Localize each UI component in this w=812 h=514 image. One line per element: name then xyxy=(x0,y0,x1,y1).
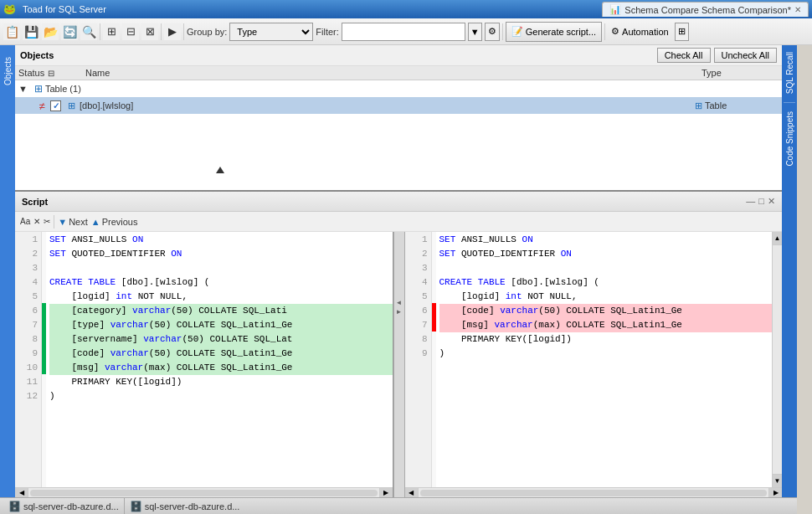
tree-group-label: Table (1) xyxy=(45,84,81,94)
table-row-icon: ⊞ xyxy=(64,99,78,112)
code-line-2: SET QUOTED_IDENTIFIER ON xyxy=(49,247,393,261)
right-v-scrollbar[interactable]: ▲ ▼ xyxy=(772,232,782,487)
filter-options-btn[interactable]: ⚙ xyxy=(485,23,500,41)
r-code-line-2: SET QUOTED_IDENTIFIER ON xyxy=(439,247,773,261)
separator-4 xyxy=(502,23,503,40)
uncheck-all-btn[interactable]: Uncheck All xyxy=(714,48,777,63)
code-line-3 xyxy=(49,261,393,275)
tree-row-label: [dbo].[wlslog] xyxy=(80,100,695,111)
schema-compare-tab[interactable]: 📊 Schema Compare Schema Comparison* ✕ xyxy=(602,2,809,17)
filter-dropdown-btn[interactable]: ▼ xyxy=(468,23,482,41)
objects-tree: ▼ ⊞ Table (1) ≠ ✓ ⊞ [dbo].[wlslog] ⊞ Tab… xyxy=(15,80,782,190)
code-line-5: [logid] int NOT NULL, xyxy=(49,290,393,304)
font-btn[interactable]: Aa xyxy=(20,217,30,226)
toolbar-btn-8[interactable]: ⊠ xyxy=(141,23,158,40)
filter-label: Filter: xyxy=(316,27,339,37)
right-scroll-right-btn[interactable]: ▶ xyxy=(768,488,782,498)
code-line-10: [msg] varchar(max) COLLATE SQL_Latin1_Ge xyxy=(49,361,393,375)
script-title: Script xyxy=(22,197,48,207)
right-v-scroll-track[interactable] xyxy=(773,245,782,474)
toolbar-btn-6[interactable]: ⊞ xyxy=(103,23,120,40)
left-h-scrollbar[interactable]: ◀ ▶ xyxy=(15,487,393,497)
tree-group-row[interactable]: ▼ ⊞ Table (1) xyxy=(15,80,782,97)
toolbar-extra-btn[interactable]: ⊞ xyxy=(675,23,689,41)
code-line-4: CREATE TABLE [dbo].[wlslog] ( xyxy=(49,275,393,290)
automation-btn[interactable]: ⚙ Automation xyxy=(608,24,672,39)
code-line-8: [servername] varchar(50) COLLATE SQL_Lat xyxy=(49,332,393,347)
tab-close-icon[interactable]: ✕ xyxy=(794,5,801,14)
script-win-controls: — □ ✕ xyxy=(746,196,775,207)
right-tab-code-snippets[interactable]: Code Snippets xyxy=(784,105,796,173)
right-scroll-down-btn[interactable]: ▼ xyxy=(773,474,782,487)
check-all-btn[interactable]: Check All xyxy=(657,48,711,63)
objects-panel: Objects Check All Uncheck All Status ⊟ N… xyxy=(15,45,782,192)
script-maximize-btn[interactable]: □ xyxy=(758,196,764,207)
mouse-cursor xyxy=(216,167,224,173)
clear-btn[interactable]: ✕ xyxy=(33,217,40,226)
toolbar-btn-3[interactable]: 📂 xyxy=(42,23,59,40)
col-status-sort-icon: ⊟ xyxy=(48,69,54,78)
col-status-label: Status xyxy=(18,68,44,78)
tab-bar: 📊 Schema Compare Schema Comparison* ✕ xyxy=(602,2,809,17)
script-close-btn[interactable]: ✕ xyxy=(768,196,775,207)
left-sidebar: Objects xyxy=(0,45,15,497)
tab-icon: 📊 xyxy=(609,4,621,15)
left-code-content: 123456789101112 xyxy=(15,232,393,487)
left-tab-objects[interactable]: Objects xyxy=(2,50,14,92)
status-item-1: 🗄️ sql-server-db-azure.d... xyxy=(3,498,125,514)
automation-icon: ⚙ xyxy=(611,26,619,37)
group-by-label: Group by: xyxy=(187,27,227,37)
code-line-12: ) xyxy=(49,389,393,403)
generate-script-btn[interactable]: 📝 Generate script... xyxy=(506,22,602,42)
r-code-line-8: PRIMARY KEY([logid]) xyxy=(439,332,773,347)
status-db2-icon: 🗄️ xyxy=(130,501,142,512)
toolbar-btn-4[interactable]: 🔄 xyxy=(61,23,78,40)
main-area: Objects Objects Check All Uncheck All St… xyxy=(0,45,797,497)
prev-btn[interactable]: ▲ Previous xyxy=(91,217,138,227)
toolbar-btn-9[interactable]: ▶ xyxy=(164,23,181,40)
row-type-icon: ⊞ xyxy=(695,100,702,111)
code-area: 123456789101112 xyxy=(15,232,782,497)
prev-btn-label: Previous xyxy=(102,217,138,227)
right-line-numbers: 123456789 xyxy=(405,232,432,487)
prev-arrow-icon: ▲ xyxy=(91,217,100,227)
right-h-scrollbar[interactable]: ◀ ▶ xyxy=(405,487,783,497)
col-name-label: Name xyxy=(85,68,110,78)
script-minimize-btn[interactable]: — xyxy=(746,196,755,207)
tab-label: Schema Compare Schema Comparison* xyxy=(624,5,791,15)
code-line-11: PRIMARY KEY([logid]) xyxy=(49,375,393,389)
status-bar: 🗄️ sql-server-db-azure.d... 🗄️ sql-serve… xyxy=(0,497,797,514)
left-h-scroll-track[interactable] xyxy=(30,490,378,496)
tree-row-type: ⊞ Table xyxy=(695,100,779,111)
code-pane-divider[interactable]: ◄ ► xyxy=(393,232,405,497)
status-db1-label: sql-server-db-azure.d... xyxy=(23,501,119,511)
code-line-7: [type] varchar(50) COLLATE SQL_Latin1_Ge xyxy=(49,318,393,332)
right-scroll-left-btn[interactable]: ◀ xyxy=(405,488,419,498)
left-code-text[interactable]: SET ANSI_NULLS ON SET QUOTED_IDENTIFIER … xyxy=(46,232,393,487)
table-group-icon: ⊞ xyxy=(32,82,45,95)
toolbar-btn-5[interactable]: 🔍 xyxy=(80,23,97,40)
left-code-pane: 123456789101112 xyxy=(15,232,393,497)
left-scroll-left-btn[interactable]: ◀ xyxy=(15,488,28,498)
right-tab-sql-recall[interactable]: SQL Recall xyxy=(784,45,796,100)
next-btn[interactable]: ▼ Next xyxy=(58,217,88,227)
next-btn-label: Next xyxy=(69,217,88,227)
left-scroll-right-btn[interactable]: ▶ xyxy=(379,488,393,498)
filter-input[interactable] xyxy=(342,23,465,41)
right-h-scroll-track[interactable] xyxy=(420,490,768,496)
tree-expand-icon[interactable]: ▼ xyxy=(18,84,32,94)
tree-row-item[interactable]: ≠ ✓ ⊞ [dbo].[wlslog] ⊞ Table xyxy=(15,97,782,114)
right-sidebar: SQL Recall Code Snippets xyxy=(782,45,797,497)
script-panel: Script — □ ✕ Aa ✕ ✂ ▼ Next ▲ xyxy=(15,192,782,497)
group-by-dropdown[interactable]: Type xyxy=(229,23,313,41)
toolbar-btn-2[interactable]: 💾 xyxy=(23,23,39,40)
row-checkbox[interactable]: ✓ xyxy=(50,100,61,111)
right-code-text[interactable]: SET ANSI_NULLS ON SET QUOTED_IDENTIFIER … xyxy=(436,232,773,487)
objects-panel-header: Objects Check All Uncheck All xyxy=(15,45,782,66)
toolbar-btn-7[interactable]: ⊟ xyxy=(122,23,139,40)
right-scroll-up-btn[interactable]: ▲ xyxy=(773,232,782,245)
right-code-content: 123456789 xyxy=(405,232,783,487)
toolbar-btn-1[interactable]: 📋 xyxy=(3,23,20,40)
cut-btn[interactable]: ✂ xyxy=(44,217,50,226)
script-nav-bar: Aa ✕ ✂ ▼ Next ▲ Previous xyxy=(15,212,782,232)
